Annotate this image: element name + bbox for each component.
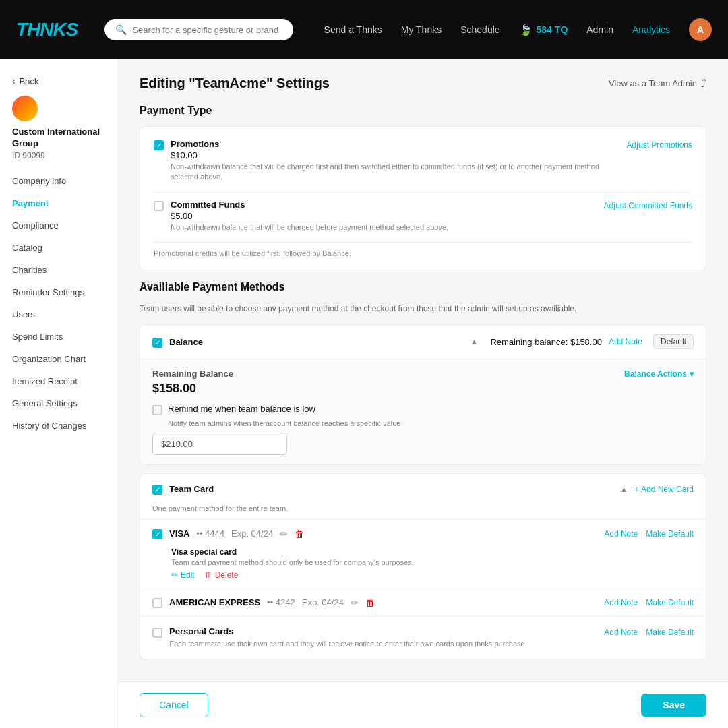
- sidebar-item-users[interactable]: Users: [0, 303, 117, 326]
- balance-add-note-link[interactable]: Add Note: [609, 337, 642, 346]
- reminder-checkbox[interactable]: [152, 405, 162, 415]
- remaining-balance-label: Remaining Balance: [152, 369, 233, 379]
- amex-delete-icon[interactable]: 🗑: [365, 597, 375, 608]
- reminder-value-input[interactable]: [152, 433, 287, 455]
- amex-checkbox[interactable]: [152, 598, 162, 608]
- amex-last4: •• 4242: [267, 597, 295, 607]
- avatar[interactable]: A: [689, 18, 712, 41]
- visa-expiry: Exp. 04/24: [231, 528, 273, 539]
- adjust-committed-funds-link[interactable]: Adjust Committed Funds: [604, 201, 692, 210]
- personal-cards-checkbox[interactable]: [152, 628, 162, 638]
- back-button[interactable]: ‹ Back: [0, 73, 117, 96]
- committed-funds-info: Committed Funds $5.00 Non-withdrawn bala…: [171, 200, 597, 233]
- send-thnks-link[interactable]: Send a Thnks: [324, 24, 382, 35]
- team-card-section: ✓ Team Card ▲ + Add New Card One payment…: [140, 473, 706, 659]
- payment-type-title: Payment Type: [140, 104, 706, 117]
- adjust-promotions-link[interactable]: Adjust Promotions: [627, 140, 692, 150]
- sidebar-item-itemized-receipt[interactable]: Itemized Receipt: [0, 370, 117, 392]
- promotions-row: ✓ Promotions $10.00 Non-withdrawn balanc…: [154, 139, 692, 183]
- visa-special-delete-link[interactable]: 🗑 Delete: [204, 570, 239, 580]
- visa-special-title: Visa special card: [171, 547, 694, 557]
- committed-funds-row: Committed Funds $5.00 Non-withdrawn bala…: [154, 200, 692, 233]
- team-card-checkbox[interactable]: ✓: [152, 485, 162, 495]
- my-thnks-link[interactable]: My Thnks: [401, 24, 442, 35]
- balance-detail: Remaining Balance Balance Actions ▾ $158…: [140, 359, 706, 464]
- visa-add-note-link[interactable]: Add Note: [604, 529, 638, 539]
- available-payment-methods-title: Availiable Payment Methods: [140, 281, 706, 293]
- balance-actions-button[interactable]: Balance Actions ▾: [624, 369, 694, 379]
- sidebar-item-reminder-settings[interactable]: Reminder Settings: [0, 281, 117, 303]
- promo-note: Promotional credits will be utilized fir…: [154, 242, 692, 257]
- committed-funds-description: Non-withdrawn balance that will be charg…: [171, 222, 597, 233]
- payment-type-card: ✓ Promotions $10.00 Non-withdrawn balanc…: [140, 126, 706, 270]
- save-button[interactable]: Save: [641, 694, 706, 717]
- visa-edit-icon[interactable]: ✏: [280, 528, 288, 539]
- main-layout: ‹ Back Custom International Group ID 900…: [0, 59, 728, 728]
- personal-cards-add-note-link[interactable]: Add Note: [604, 628, 638, 637]
- personal-cards-make-default-link[interactable]: Make Default: [646, 628, 694, 637]
- balance-actions: Add Note Default: [609, 334, 694, 349]
- sidebar-item-general-settings[interactable]: General Settings: [0, 392, 117, 415]
- amex-row: AMERICAN EXPRESS •• 4242 Exp. 04/24 ✏ 🗑 …: [140, 588, 706, 616]
- visa-row: ✓ VISA •• 4444 Exp. 04/24 ✏ 🗑 Add Note M…: [140, 520, 706, 547]
- amex-add-note-link[interactable]: Add Note: [604, 598, 638, 607]
- visa-delete-icon[interactable]: 🗑: [295, 528, 304, 539]
- visa-subcard: ✓ VISA •• 4444 Exp. 04/24 ✏ 🗑 Add Note M…: [140, 519, 706, 588]
- pencil-icon: ✏: [171, 570, 178, 580]
- search-icon: 🔍: [115, 24, 127, 35]
- promotions-amount: $10.00: [171, 150, 620, 160]
- promotions-checkbox[interactable]: ✓: [154, 140, 164, 150]
- sidebar-item-history[interactable]: History of Changes: [0, 415, 117, 437]
- balance-header: ✓ Balance ▲ Remaining balance: $158.00 A…: [140, 325, 706, 359]
- team-card-header: ✓ Team Card ▲ + Add New Card: [140, 474, 706, 504]
- cancel-button[interactable]: Cancel: [140, 693, 208, 717]
- schedule-link[interactable]: Schedule: [460, 24, 499, 35]
- search-input[interactable]: [132, 25, 280, 35]
- sidebar-item-org-chart[interactable]: Organization Chart: [0, 348, 117, 370]
- balance-checkbox[interactable]: ✓: [152, 338, 162, 348]
- view-as-team-admin-button[interactable]: View as a Team Admin ⤴: [609, 78, 706, 90]
- sidebar-item-spend-limits[interactable]: Spend Limits: [0, 326, 117, 348]
- visa-special-edit-link[interactable]: ✏ Edit: [171, 570, 195, 580]
- trash-icon: 🗑: [204, 570, 212, 580]
- sidebar-item-compliance[interactable]: Compliance: [0, 214, 117, 237]
- promotions-description: Non-withdrawn balance that will be charg…: [171, 162, 620, 183]
- visa-make-default-link[interactable]: Make Default: [646, 529, 694, 539]
- main-content: Editing "TeamAcme" Settings View as a Te…: [118, 59, 728, 681]
- back-arrow-icon: ‹: [12, 75, 16, 86]
- analytics-label[interactable]: Analytics: [632, 24, 670, 35]
- committed-funds-checkbox[interactable]: [154, 201, 164, 211]
- sidebar-item-company-info[interactable]: Company info: [0, 170, 117, 192]
- add-new-card-link[interactable]: + Add New Card: [634, 485, 694, 494]
- sidebar-nav: Company info Payment Compliance Catalog …: [0, 170, 117, 437]
- team-card-label: Team Card: [169, 484, 613, 494]
- amex-edit-icon[interactable]: ✏: [351, 597, 359, 608]
- personal-cards-description: Each teammate use their own card and the…: [169, 639, 597, 649]
- balance-detail-header: Remaining Balance Balance Actions ▾: [152, 369, 694, 379]
- balance-card: ✓ Balance ▲ Remaining balance: $158.00 A…: [140, 324, 706, 465]
- personal-cards-label: Personal Cards: [169, 626, 597, 636]
- org-logo: [12, 96, 38, 121]
- promotions-label: Promotions: [171, 139, 620, 149]
- org-name: Custom International Group: [0, 127, 117, 150]
- committed-funds-label: Committed Funds: [171, 200, 597, 210]
- balance-expand-icon[interactable]: ▲: [471, 337, 479, 346]
- personal-cards-section: Personal Cards Each teammate use their o…: [140, 616, 706, 659]
- amex-label: AMERICAN EXPRESS: [169, 597, 260, 607]
- personal-cards-info: Personal Cards Each teammate use their o…: [169, 626, 597, 649]
- bottom-bar: Cancel Save: [118, 681, 728, 728]
- topnav: THNKS 🔍 Send a Thnks My Thnks Schedule 🍃…: [0, 0, 728, 59]
- remaining-balance-amount: $158.00: [152, 382, 694, 396]
- team-card-expand-icon[interactable]: ▲: [619, 485, 628, 494]
- promotions-info: Promotions $10.00 Non-withdrawn balance …: [171, 139, 620, 183]
- visa-checkbox[interactable]: ✓: [152, 529, 162, 539]
- visa-special-section: Visa special card Team card payment meth…: [140, 547, 706, 588]
- sidebar-item-charities[interactable]: Charities: [0, 259, 117, 281]
- search-bar[interactable]: 🔍: [104, 19, 293, 40]
- page-header: Editing "TeamAcme" Settings View as a Te…: [140, 75, 706, 91]
- sidebar-item-payment[interactable]: Payment: [0, 192, 117, 214]
- sidebar-item-catalog[interactable]: Catalog: [0, 237, 117, 259]
- amex-make-default-link[interactable]: Make Default: [646, 598, 694, 607]
- admin-label: Admin: [586, 24, 613, 35]
- tq-icon: 🍃: [519, 24, 533, 36]
